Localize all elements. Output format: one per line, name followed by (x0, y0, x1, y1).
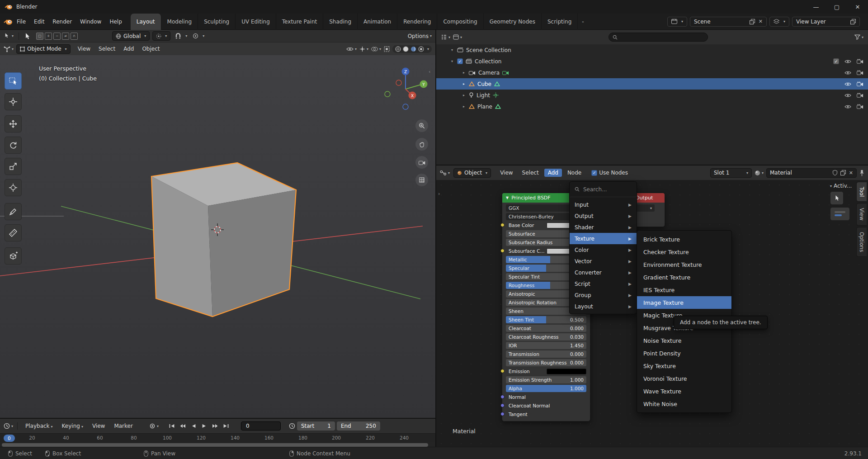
unlink-material-icon[interactable]: ✕ (849, 170, 853, 176)
menu-window[interactable]: Window (76, 17, 105, 26)
select-set-button[interactable]: ▢ (36, 33, 43, 40)
collapse-icon[interactable]: ▼ (506, 196, 509, 200)
tab-uv-editing[interactable]: UV Editing (236, 14, 276, 30)
menu-item-white-noise[interactable]: White Noise (637, 397, 731, 410)
menu-item-output[interactable]: Output▶ (570, 210, 637, 222)
timeline-menu-view[interactable]: View (89, 422, 108, 430)
outliner-editor-type-button[interactable]: ▾ (441, 34, 450, 40)
use-nodes-checkbox[interactable]: ✓ (591, 170, 597, 176)
sidebar-tab-tool[interactable]: Tool (856, 182, 867, 202)
active-tool-tile[interactable] (830, 191, 844, 205)
menu-item-brick-texture[interactable]: Brick Texture (637, 233, 731, 246)
pivot-point-dropdown[interactable]: ▾ (152, 31, 170, 41)
menu-item-shader[interactable]: Shader▶ (570, 222, 637, 233)
rendered-shading-icon[interactable] (418, 46, 424, 52)
frame-ruler[interactable]: 0 20 40 60 80 100 120 140 160 180 200 22… (0, 433, 435, 442)
tab-sculpting[interactable]: Sculpting (198, 14, 236, 30)
menu-item-texture[interactable]: Texture▶ (570, 233, 637, 244)
node-row[interactable]: Transmission Roughness0.000 (506, 359, 586, 366)
proportional-editing-icon[interactable] (193, 33, 198, 39)
transform-orientation-dropdown[interactable]: Global ▾ (112, 31, 150, 41)
outliner-row-plane[interactable]: ▸ Plane (436, 101, 868, 112)
timeline-editor-type-button[interactable]: ▾ (4, 423, 13, 429)
menu-item-converter[interactable]: Converter▶ (570, 267, 637, 278)
browse-material-button[interactable]: ▾ (755, 170, 764, 176)
tab-animation[interactable]: Animation (358, 14, 397, 30)
outliner-filter-button[interactable]: ▾ (854, 34, 863, 40)
pan-button[interactable] (415, 138, 428, 151)
select-invert-button[interactable]: ≠ (62, 33, 69, 40)
node-row[interactable]: Sheen Tint0.500 (506, 316, 586, 323)
color-swatch[interactable] (547, 369, 586, 374)
mode-dropdown[interactable]: Object Mode ▾ (16, 44, 71, 54)
auto-keying-button[interactable]: ▾ (149, 423, 159, 429)
cursor-tool-icon[interactable] (24, 33, 31, 40)
play-button[interactable] (199, 421, 209, 431)
timeline-menu-marker[interactable]: Marker (110, 422, 136, 430)
node-row[interactable]: Normal (506, 393, 586, 401)
node-row[interactable]: Clearcoat Roughness0.030 (506, 333, 586, 341)
tab-rendering[interactable]: Rendering (397, 14, 437, 30)
menu-item-voronoi-texture[interactable]: Voronoi Texture (637, 372, 731, 385)
disable-render-icon[interactable] (857, 104, 863, 109)
new-material-icon[interactable] (840, 170, 846, 175)
outliner-row-light[interactable]: ▸ Light (436, 90, 868, 101)
outliner-row-collection[interactable]: ▾ ✓ Collection ✓ (436, 56, 868, 67)
viewport-canvas[interactable]: User Perspective (0) Collection | Cube Z… (0, 55, 435, 418)
tool-rotate[interactable] (5, 137, 22, 154)
shader-menu-add[interactable]: Add (544, 169, 562, 177)
socket-vector[interactable] (500, 412, 505, 416)
menu-item-vector[interactable]: Vector▶ (570, 256, 637, 267)
tab-shading[interactable]: Shading (323, 14, 358, 30)
collection-checkbox[interactable]: ✓ (457, 58, 463, 64)
zoom-button[interactable] (415, 119, 428, 132)
expander-icon[interactable]: ▾ (450, 59, 454, 63)
tool-add-cube[interactable] (5, 247, 22, 265)
camera-view-button[interactable] (415, 156, 428, 169)
falloff-chevron-icon[interactable]: ▾ (203, 34, 204, 38)
node-row[interactable]: Emission Strength1.000 (506, 376, 586, 383)
menu-file[interactable]: File (13, 17, 30, 26)
blender-menu-logo-icon[interactable] (4, 18, 13, 25)
view-layer-name-field[interactable]: View Layer (792, 17, 860, 27)
tab-layout[interactable]: Layout (131, 14, 161, 30)
new-scene-icon[interactable] (750, 19, 755, 24)
shader-menu-view[interactable]: View (496, 169, 516, 177)
jump-to-start-button[interactable] (167, 421, 177, 431)
menu-item-gradient-texture[interactable]: Gradient Texture (637, 271, 731, 284)
viewport-menu-add[interactable]: Add (120, 45, 137, 53)
hide-eye-icon[interactable] (844, 104, 851, 109)
previous-keyframe-button[interactable] (178, 421, 188, 431)
expander-icon[interactable]: ▸ (462, 104, 466, 109)
menu-item-input[interactable]: Input▶ (570, 199, 637, 210)
outliner-row-scene-collection[interactable]: ▾ Scene Collection (436, 44, 868, 56)
navigation-gizmo[interactable]: Z Y X (383, 66, 428, 112)
tab-texture-paint[interactable]: Texture Paint (276, 14, 323, 30)
disable-render-icon[interactable] (857, 93, 863, 98)
slot-dropdown[interactable]: Slot 1 ▾ (710, 168, 752, 178)
solid-shading-icon[interactable] (403, 46, 409, 52)
current-frame-field[interactable]: 0 (241, 421, 281, 431)
tool-move[interactable] (5, 115, 22, 132)
new-view-layer-icon[interactable] (850, 19, 856, 24)
menu-item-group[interactable]: Group▶ (570, 289, 637, 301)
viewport-menu-view[interactable]: View (74, 45, 94, 53)
options-dropdown[interactable]: Options ▾ (408, 33, 432, 39)
node-row[interactable]: Emission (506, 368, 586, 375)
scene-name-field[interactable]: Scene ✕ (690, 17, 767, 27)
sidebar-panel-header[interactable]: ▾ Activ... (830, 183, 855, 189)
select-intersect-button[interactable]: ∩ (71, 33, 78, 40)
expander-icon[interactable]: ▸ (462, 71, 466, 75)
tab-compositing[interactable]: Compositing (437, 14, 483, 30)
view-layer-browse-button[interactable]: ▾ (769, 17, 789, 27)
orthographic-toggle-button[interactable] (415, 174, 428, 186)
current-frame-badge[interactable]: 0 (4, 435, 15, 442)
socket-vector[interactable] (500, 395, 505, 399)
viewport-menu-select[interactable]: Select (95, 45, 119, 53)
menu-edit[interactable]: Edit (30, 17, 48, 26)
hide-eye-icon[interactable] (844, 71, 851, 75)
expander-icon[interactable]: ▸ (462, 82, 466, 86)
shader-menu-select[interactable]: Select (519, 169, 542, 177)
node-row[interactable]: Clearcoat0.000 (506, 325, 586, 332)
expander-icon[interactable]: ▸ (462, 93, 466, 97)
